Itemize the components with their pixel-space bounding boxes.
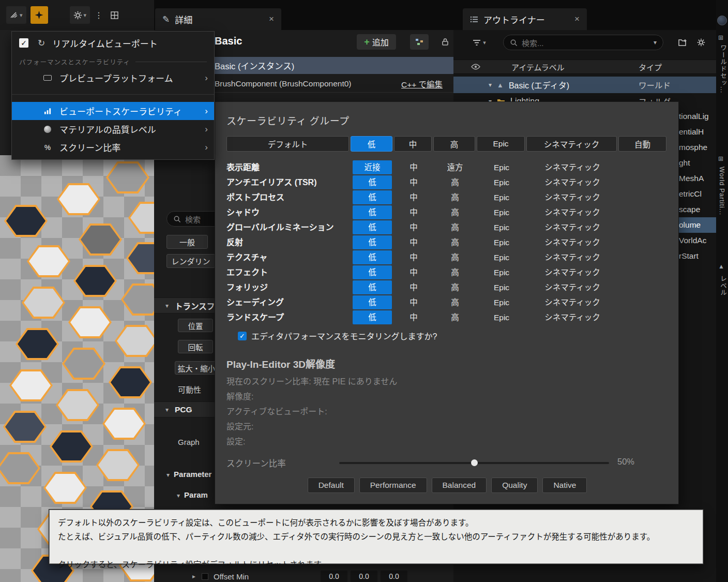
scalability-cell[interactable]: 低	[353, 205, 392, 219]
scalability-cell[interactable]: 低	[353, 310, 392, 324]
scalability-cell[interactable]: 中	[394, 160, 433, 175]
outliner-settings-button[interactable]	[693, 35, 709, 50]
monitor-performance-checkbox[interactable]: ✓ エディタパフォーマンスをモニタリングしますか?	[238, 330, 437, 342]
outliner-search-input[interactable]: 検索... ▾	[503, 35, 663, 50]
tab-outliner[interactable]: アウトライナー ×	[463, 8, 587, 30]
outliner-row-fragment[interactable]: entialH	[679, 124, 716, 140]
outliner-row-fragment[interactable]: ght	[679, 155, 716, 171]
outliner-row-fragment[interactable]: rStart	[679, 248, 716, 264]
scalability-cell[interactable]: シネマティック	[526, 190, 618, 205]
close-icon[interactable]: ×	[269, 14, 274, 24]
preset-button[interactable]: 高	[433, 136, 475, 152]
scalability-cell[interactable]: 中	[394, 235, 433, 250]
scalability-cell[interactable]: 中	[394, 190, 433, 205]
scalability-cell[interactable]: 高	[433, 175, 477, 190]
cpp-edit-link[interactable]: C++ で編集	[401, 78, 443, 89]
scalability-cell[interactable]: 高	[433, 265, 477, 280]
scalability-cell[interactable]: 低	[353, 280, 392, 294]
scalability-cell[interactable]: 中	[394, 310, 433, 325]
outliner-row-fragment[interactable]: mosphe	[679, 140, 716, 155]
scalability-cell[interactable]: 低	[353, 250, 392, 264]
offset-y-field[interactable]: 0.0	[351, 571, 377, 582]
preset-button[interactable]: デフォルト	[226, 136, 349, 152]
resolution-preset-button[interactable]: Balanced	[432, 477, 487, 493]
viewport-mode-button[interactable]: ▾	[6, 6, 26, 24]
scalability-cell[interactable]: 低	[353, 175, 392, 189]
checkbox-checked-icon[interactable]: ✓	[19, 38, 28, 48]
preset-button[interactable]: 自動	[618, 136, 666, 152]
scalability-cell[interactable]: 高	[433, 205, 477, 220]
close-icon[interactable]: ×	[574, 14, 580, 24]
resolution-preset-button[interactable]: Quality	[491, 477, 538, 493]
scalability-cell[interactable]: 低	[353, 265, 392, 279]
scalability-cell[interactable]: 低	[353, 235, 392, 249]
scalability-cell[interactable]: シネマティック	[526, 220, 618, 235]
scalability-cell[interactable]: 低	[353, 220, 392, 234]
outliner-row-basic[interactable]: ▾ ▲ Basic (エディタ) ワールド	[453, 77, 716, 93]
scalability-cell[interactable]: Epic	[477, 235, 526, 250]
scalability-cell[interactable]: Epic	[477, 175, 526, 190]
slider-thumb[interactable]	[471, 459, 478, 466]
scalability-cell[interactable]: シネマティック	[526, 280, 618, 295]
menu-item-viewport-scalability[interactable]: ビューポートスケーラビリティ ›	[12, 102, 214, 120]
scalability-cell[interactable]: Epic	[477, 205, 526, 220]
scalability-cell[interactable]: 遠方	[433, 160, 477, 175]
scalability-cell[interactable]: 高	[433, 235, 477, 250]
resolution-preset-button[interactable]: Native	[542, 477, 587, 493]
scalability-cell[interactable]: 高	[433, 280, 477, 295]
scalability-cell[interactable]: Epic	[477, 160, 526, 175]
scalability-cell[interactable]: 高	[433, 220, 477, 235]
scalability-cell[interactable]: 中	[394, 265, 433, 280]
preset-button[interactable]: Epic	[477, 136, 525, 152]
scalability-cell[interactable]: 中	[394, 175, 433, 190]
tab-world-settings[interactable]: ワールドセッ...	[718, 44, 728, 93]
offset-x-field[interactable]: 0.0	[321, 571, 347, 582]
scalability-cell[interactable]: 中	[394, 295, 433, 310]
menu-item-preview-platform[interactable]: プレビュープラットフォーム ›	[12, 69, 214, 87]
scalability-cell[interactable]: Epic	[477, 250, 526, 265]
outliner-row-fragment[interactable]: scape	[679, 202, 716, 217]
filter-button[interactable]: ▾	[468, 35, 491, 50]
resolution-preset-button[interactable]: Performance	[359, 477, 427, 493]
scalability-cell[interactable]: シネマティック	[526, 175, 618, 190]
scalability-cell[interactable]: 中	[394, 280, 433, 295]
realtime-viewport-item[interactable]: ✓ ↻ リアルタイムビューポート	[12, 32, 214, 54]
tab-levels[interactable]: レベル	[718, 275, 728, 296]
select-mode-button[interactable]	[31, 6, 48, 24]
filter-rendering-button[interactable]: レンダリン	[166, 254, 215, 268]
scalability-cell[interactable]: Epic	[477, 310, 526, 325]
scalability-cell[interactable]: 高	[433, 310, 477, 325]
scalability-cell[interactable]: Epic	[477, 295, 526, 310]
outliner-column-header[interactable]: アイテムラベル タイプ	[453, 59, 716, 74]
scalability-cell[interactable]: シネマティック	[526, 265, 618, 280]
scalability-cell[interactable]: Epic	[477, 265, 526, 280]
preset-button[interactable]: 中	[394, 136, 432, 152]
offset-z-field[interactable]: 0.0	[381, 571, 407, 582]
preset-button[interactable]: シネマティック	[526, 136, 617, 152]
outliner-row-fragment[interactable]: VorldAc	[679, 233, 716, 248]
resolution-preset-button[interactable]: Default	[308, 477, 355, 493]
scalability-cell[interactable]: 中	[394, 205, 433, 220]
scalability-cell[interactable]: 中	[394, 250, 433, 265]
outliner-row-fragment[interactable]: MeshA	[679, 171, 716, 186]
viewport-settings-button[interactable]: ▾	[70, 6, 90, 24]
transform-location-button[interactable]: 位置	[178, 319, 213, 332]
scalability-cell[interactable]: 中	[394, 220, 433, 235]
grid-snap-button[interactable]	[108, 6, 121, 24]
scalability-cell[interactable]: Epic	[477, 190, 526, 205]
outliner-row-fragment[interactable]: etricCl	[679, 186, 716, 202]
tab-world-partition[interactable]: World Partiti...	[718, 167, 725, 215]
outliner-row-fragment[interactable]: tionalLig	[679, 109, 716, 124]
scalability-cell[interactable]: 近接	[353, 160, 392, 174]
more-options-button[interactable]: ⋮	[94, 6, 103, 24]
preset-button[interactable]: 低	[351, 136, 392, 152]
tab-details[interactable]: ✎ 詳細 ×	[155, 8, 281, 30]
add-component-button[interactable]: + 追加	[357, 34, 396, 50]
browse-blueprint-button[interactable]	[410, 34, 429, 50]
scalability-cell[interactable]: シネマティック	[526, 295, 618, 310]
scalability-cell[interactable]: 低	[353, 295, 392, 309]
transform-rotation-button[interactable]: 回転	[178, 340, 213, 353]
scalability-cell[interactable]: 低	[353, 190, 392, 204]
scalability-cell[interactable]: シネマティック	[526, 235, 618, 250]
create-folder-button[interactable]	[675, 35, 690, 50]
